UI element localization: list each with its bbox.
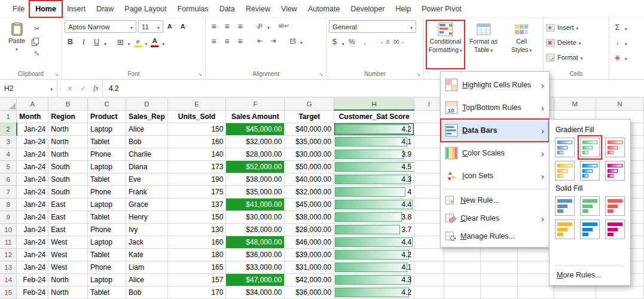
- row-header-8[interactable]: 8: [0, 198, 17, 210]
- sheet-cell[interactable]: Eve: [126, 173, 168, 185]
- sheet-cell[interactable]: [414, 160, 444, 173]
- sheet-cell[interactable]: [414, 123, 444, 135]
- sheet-cell[interactable]: Feb-24: [17, 286, 48, 298]
- merge-center-icon[interactable]: [287, 35, 298, 47]
- format-painter-icon[interactable]: [31, 48, 42, 59]
- sheet-cell[interactable]: East: [48, 223, 88, 236]
- databar-swatch-solid-4[interactable]: [555, 219, 575, 239]
- databar-swatch-solid-1[interactable]: [555, 196, 575, 216]
- sheet-cell[interactable]: Sales Amount: [226, 110, 285, 123]
- sheet-cell[interactable]: 4.2: [334, 248, 414, 261]
- sheet-cell[interactable]: Phone: [88, 261, 126, 273]
- sheet-cell[interactable]: South: [48, 185, 88, 198]
- row-header-15[interactable]: 15: [0, 286, 17, 298]
- sheet-cell[interactable]: [414, 236, 444, 248]
- sheet-cell[interactable]: [481, 261, 517, 273]
- row-header-10[interactable]: 10: [0, 223, 17, 236]
- databar-swatch-solid-5[interactable]: [580, 219, 600, 239]
- sheet-cell[interactable]: Phone: [88, 223, 126, 236]
- sheet-cell[interactable]: Jan-24: [17, 148, 48, 160]
- menu-item-clear-rules[interactable]: Clear Rules: [441, 209, 549, 227]
- sheet-cell[interactable]: North: [48, 286, 88, 298]
- tab-data[interactable]: Data: [214, 1, 240, 17]
- wrap-text-icon[interactable]: [278, 20, 289, 32]
- sheet-cell[interactable]: 4.3: [334, 173, 414, 185]
- formula-input[interactable]: 4.2: [104, 80, 644, 97]
- sheet-cell[interactable]: 4.1: [334, 135, 414, 148]
- sheet-cell[interactable]: [414, 198, 444, 210]
- sheet-cell[interactable]: Jack: [126, 236, 168, 248]
- borders-icon[interactable]: [115, 36, 126, 48]
- sheet-cell[interactable]: South: [48, 173, 88, 185]
- decrease-indent-icon[interactable]: [254, 35, 265, 47]
- sheet-cell[interactable]: $30,000.00: [285, 148, 334, 160]
- sheet-cell[interactable]: Phone: [88, 185, 126, 198]
- sheet-cell[interactable]: $38,000.00: [285, 210, 334, 223]
- sheet-cell[interactable]: Product: [88, 110, 126, 123]
- row-header-6[interactable]: 6: [0, 173, 17, 185]
- sheet-cell[interactable]: $28,000.00: [285, 223, 334, 236]
- sheet-cell[interactable]: $30,000.00: [226, 210, 285, 223]
- sheet-cell[interactable]: Laptop: [88, 123, 126, 135]
- sheet-cell[interactable]: 140: [167, 148, 226, 160]
- databar-swatch-gradient-3[interactable]: [605, 138, 625, 157]
- sheet-cell[interactable]: 165: [167, 261, 226, 273]
- format-cells-button[interactable]: Format: [546, 50, 606, 65]
- decrease-decimal-icon[interactable]: [392, 36, 404, 48]
- sheet-cell[interactable]: $40,000.00: [285, 123, 334, 135]
- sheet-cell[interactable]: Jan-24: [17, 173, 48, 185]
- sheet-cell[interactable]: [414, 223, 444, 236]
- tab-help[interactable]: Help: [390, 1, 416, 17]
- menu-item-icon-sets[interactable]: Icon Sets: [441, 164, 549, 187]
- sheet-cell[interactable]: Tablet: [88, 286, 126, 298]
- sheet-cell[interactable]: [444, 261, 480, 273]
- sheet-cell[interactable]: $32,000.00: [226, 135, 285, 148]
- sheet-cell[interactable]: 4.5: [334, 160, 414, 173]
- sheet-cell[interactable]: Laptop: [88, 198, 126, 210]
- column-header-E[interactable]: E: [167, 98, 226, 110]
- fill-color-icon[interactable]: [132, 36, 144, 48]
- sheet-cell[interactable]: 4.2: [334, 286, 414, 298]
- sheet-cell[interactable]: 190: [167, 173, 226, 185]
- tab-insert[interactable]: Insert: [62, 1, 91, 17]
- grow-font-icon[interactable]: ˆ: [165, 21, 176, 32]
- sheet-cell[interactable]: Frank: [126, 185, 168, 198]
- databar-swatch-gradient-5[interactable]: [580, 161, 600, 181]
- sheet-cell[interactable]: [414, 148, 444, 160]
- column-header-D[interactable]: D: [126, 98, 168, 110]
- tab-developer[interactable]: Developer: [345, 1, 390, 17]
- sheet-cell[interactable]: 3.9: [334, 148, 414, 160]
- comma-format-icon[interactable]: ,: [359, 36, 371, 48]
- select-all-corner[interactable]: [0, 98, 17, 110]
- menu-item-data-bars[interactable]: Data Bars: [441, 119, 549, 142]
- sheet-cell[interactable]: [414, 185, 444, 198]
- tab-power-pivot[interactable]: Power Pivot: [416, 1, 467, 17]
- sheet-cell[interactable]: North: [48, 123, 88, 135]
- menu-item-top-bottom-rules[interactable]: 10Top/Bottom Rules: [441, 96, 549, 119]
- sheet-cell[interactable]: 170: [167, 286, 226, 298]
- sheet-cell[interactable]: $52,000.00: [226, 160, 285, 173]
- sheet-cell[interactable]: $47,000.00: [226, 273, 285, 286]
- sheet-cell[interactable]: [414, 110, 444, 123]
- row-header-9[interactable]: 9: [0, 210, 17, 223]
- databar-swatch-gradient-2[interactable]: [580, 138, 600, 157]
- sheet-cell[interactable]: North: [48, 273, 88, 286]
- sheet-cell[interactable]: Feb-24: [17, 273, 48, 286]
- sheet-cell[interactable]: 4: [334, 185, 414, 198]
- sheet-cell[interactable]: West: [48, 236, 88, 248]
- row-header-2[interactable]: 2: [0, 123, 17, 135]
- column-header-H[interactable]: H: [334, 98, 414, 110]
- row-header-14[interactable]: 14: [0, 273, 17, 286]
- sheet-cell[interactable]: Customer_Sat Score: [334, 110, 414, 123]
- insert-cells-button[interactable]: Insert: [546, 20, 606, 35]
- sheet-cell[interactable]: Tablet: [88, 210, 126, 223]
- sheet-cell[interactable]: Jan-24: [17, 198, 48, 210]
- shrink-font-icon[interactable]: ˇ: [178, 21, 190, 32]
- sheet-cell[interactable]: [444, 286, 480, 298]
- sheet-cell[interactable]: [414, 173, 444, 185]
- sheet-cell[interactable]: Laptop: [88, 236, 126, 248]
- databar-swatch-gradient-4[interactable]: [555, 161, 575, 181]
- sheet-cell[interactable]: [414, 261, 444, 273]
- percent-format-icon[interactable]: %: [346, 36, 358, 48]
- sheet-cell[interactable]: 4.3: [334, 273, 414, 286]
